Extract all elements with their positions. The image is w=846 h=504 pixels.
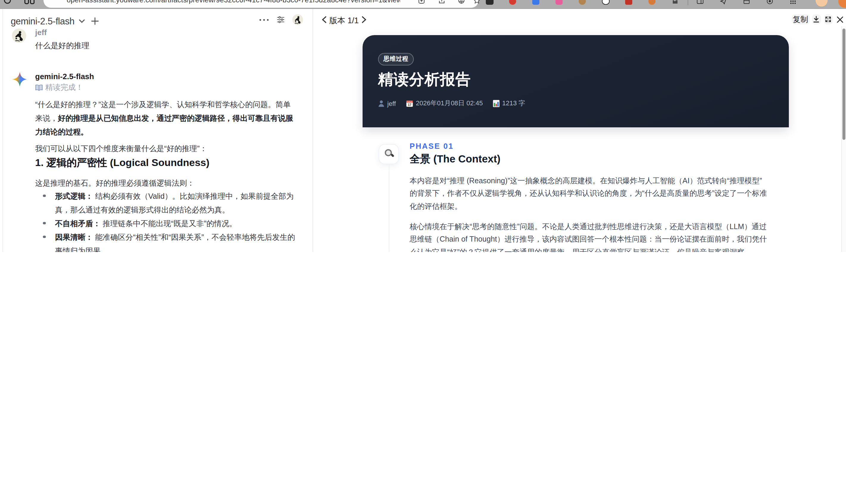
svg-text:17: 17: [408, 103, 411, 106]
